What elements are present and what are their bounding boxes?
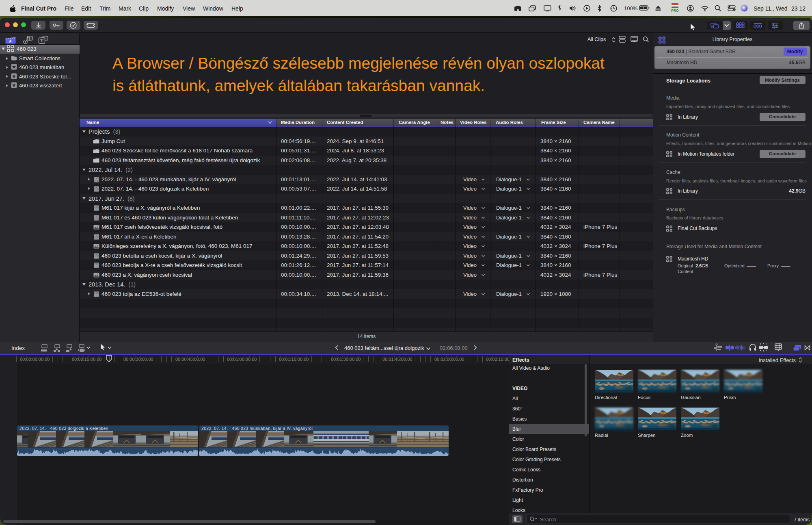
svg-text:T: T bbox=[40, 38, 43, 43]
